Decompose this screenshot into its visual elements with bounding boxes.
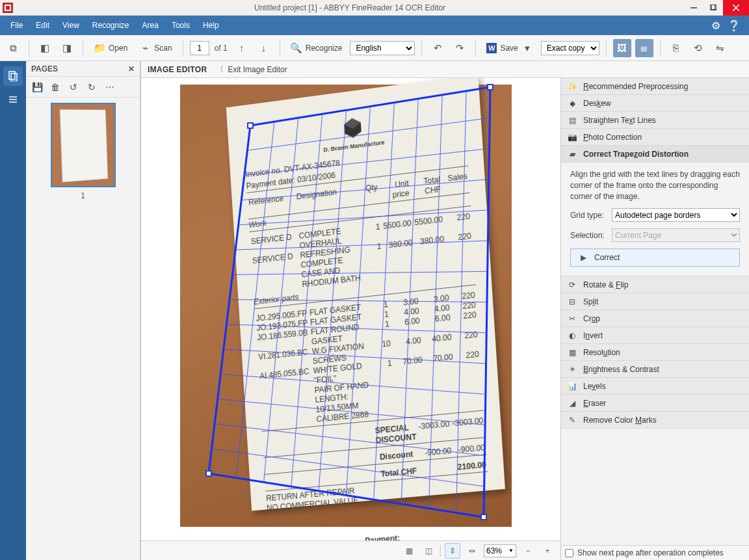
maximize-button[interactable] bbox=[703, 0, 723, 16]
prop-crop[interactable]: ✂Crop bbox=[561, 310, 749, 327]
main-toolbar: ⧉ ◧ ◨ 📁Open ⌁Scan of 1 ↑ ↓ 🔍Recognize En… bbox=[0, 35, 749, 61]
prop-resolution[interactable]: ▦Resolution bbox=[561, 344, 749, 361]
prop-straighten[interactable]: ▤Straighten Text Lines bbox=[561, 112, 749, 129]
selection-select[interactable]: Current Page bbox=[612, 228, 740, 242]
prop-color-marks[interactable]: ✎Remove Color Marks bbox=[561, 412, 749, 429]
workspace: PAGES ✕ 💾 🗑 ↺ ↻ ⋯ 1 IMAGE EDITOR 〈 Exit … bbox=[0, 61, 749, 560]
redo-button[interactable]: ↷ bbox=[451, 39, 469, 57]
grid-type-select[interactable]: Autodetect page borders bbox=[612, 208, 740, 222]
eraser-icon: ◢ bbox=[566, 397, 578, 409]
menu-recognize[interactable]: Recognize bbox=[86, 16, 136, 35]
grid-handle-tr[interactable] bbox=[487, 84, 493, 90]
save-button[interactable]: WSave▾ bbox=[482, 39, 536, 57]
zoom-input[interactable]: 63%▼ bbox=[484, 544, 516, 557]
pages-close-button[interactable]: ✕ bbox=[128, 64, 135, 73]
doc-table-ext: JO.295.005.FPFLAT GASKET13.003.00220JO.1… bbox=[254, 291, 484, 431]
pages-more-button[interactable]: ⋯ bbox=[104, 81, 116, 93]
menu-tools[interactable]: Tools bbox=[165, 16, 196, 35]
canvas[interactable]: D. Brawn Manufacture Invoice no. DVT-AX-… bbox=[141, 78, 560, 560]
pages-rotate-cw-button[interactable]: ↻ bbox=[86, 81, 98, 93]
save-mode-select[interactable]: Exact copy bbox=[541, 41, 599, 55]
layers-icon: ◨ bbox=[61, 42, 73, 54]
pages-delete-button[interactable]: 🗑 bbox=[49, 81, 61, 93]
grid-handle-bl[interactable] bbox=[205, 470, 212, 477]
arrow-up-icon: ↑ bbox=[236, 42, 248, 54]
thumbnail-number: 1 bbox=[31, 191, 135, 200]
window-title: Untitled project [1] - ABBYY FineReader … bbox=[16, 3, 684, 12]
zoom-in-button[interactable]: + bbox=[540, 543, 555, 559]
menu-view[interactable]: View bbox=[56, 16, 86, 35]
undo-button[interactable]: ↶ bbox=[428, 39, 447, 57]
show-next-page-checkbox[interactable] bbox=[565, 549, 573, 557]
menu-edit[interactable]: Edit bbox=[29, 16, 56, 35]
menu-area[interactable]: Area bbox=[136, 16, 165, 35]
scan-button[interactable]: ⌁Scan bbox=[135, 39, 176, 57]
trapezoid-desc: Align the grid with the text lines by dr… bbox=[570, 169, 740, 202]
plus-page-icon: ⧉ bbox=[7, 42, 19, 54]
grid-handle-br[interactable] bbox=[480, 514, 487, 520]
settings-icon[interactable]: ⚙ bbox=[709, 18, 723, 33]
invert-icon: ◐ bbox=[566, 330, 578, 341]
svg-rect-4 bbox=[710, 5, 715, 10]
prop-deskew[interactable]: ◆Deskew bbox=[561, 95, 749, 112]
svg-rect-9 bbox=[11, 73, 17, 81]
help-icon[interactable]: ❔ bbox=[727, 18, 741, 33]
recognize-button[interactable]: 🔍Recognize bbox=[287, 39, 347, 57]
list-tab-button[interactable] bbox=[3, 90, 23, 109]
prop-invert[interactable]: ◐Invert bbox=[561, 327, 749, 344]
prop-brightness[interactable]: ☀Brightness & Contrast bbox=[561, 361, 749, 378]
layers-add-button[interactable]: ◧ bbox=[36, 39, 54, 57]
image-icon: 🖼 bbox=[616, 42, 628, 54]
fit-width-button[interactable]: ⇔ bbox=[464, 543, 480, 559]
new-task-button[interactable]: ⧉ bbox=[4, 39, 22, 57]
grid-handle-tl[interactable] bbox=[247, 122, 254, 129]
prop-photo[interactable]: 📷Photo Correction bbox=[561, 129, 749, 146]
page-thumbnail[interactable]: 1 bbox=[31, 103, 135, 200]
minimize-button[interactable] bbox=[684, 0, 703, 16]
pages-save-button[interactable]: 💾 bbox=[31, 81, 43, 93]
image-view-button[interactable]: 🖼 bbox=[613, 39, 631, 57]
prop-trapezoid[interactable]: ▰Correct Trapezoid Distortion bbox=[561, 146, 749, 163]
menu-file[interactable]: File bbox=[4, 16, 29, 35]
fit-height-button[interactable]: ⇕ bbox=[445, 543, 460, 559]
prop-recommended[interactable]: ✨Recommended Preprocessing bbox=[561, 78, 749, 95]
close-button[interactable] bbox=[723, 0, 749, 16]
zoom-out-button[interactable]: − bbox=[520, 543, 536, 559]
correct-label: Correct bbox=[594, 253, 620, 262]
prop-eraser[interactable]: ◢Eraser bbox=[561, 395, 749, 412]
extra-tool-1[interactable]: ⎘ bbox=[667, 39, 685, 57]
camera-icon: 📷 bbox=[566, 131, 578, 143]
pages-rotate-ccw-button[interactable]: ↺ bbox=[68, 81, 79, 93]
folder-icon: 📁 bbox=[94, 42, 105, 54]
split-icon: ⊟ bbox=[566, 296, 578, 308]
text-view-button[interactable]: ≣ bbox=[635, 39, 653, 57]
open-button[interactable]: 📁Open bbox=[90, 39, 131, 57]
app-icon bbox=[0, 0, 16, 16]
page-number-input[interactable] bbox=[190, 41, 209, 55]
save-label: Save bbox=[500, 44, 518, 53]
thumbnail-image bbox=[51, 103, 116, 187]
page-down-button[interactable]: ↓ bbox=[255, 39, 273, 57]
wand-icon: ✨ bbox=[566, 81, 578, 92]
exit-editor-button[interactable]: 〈 Exit Image Editor bbox=[216, 64, 287, 75]
view-grid-button[interactable]: ▦ bbox=[401, 543, 417, 559]
pages-tab-button[interactable] bbox=[3, 66, 23, 86]
mirror-icon: ⇋ bbox=[715, 42, 726, 54]
export-icon: ⎘ bbox=[670, 42, 682, 54]
extra-tool-3[interactable]: ⇋ bbox=[711, 39, 729, 57]
language-select[interactable]: English bbox=[350, 41, 415, 55]
crop-icon: ✂ bbox=[566, 313, 578, 325]
prop-rotate[interactable]: ⟳Rotate & Flip bbox=[561, 276, 749, 293]
page-up-button[interactable]: ↑ bbox=[233, 39, 251, 57]
correct-button[interactable]: ▶Correct bbox=[570, 248, 740, 267]
undo-icon: ↶ bbox=[432, 42, 443, 54]
extra-tool-2[interactable]: ⟲ bbox=[689, 39, 707, 57]
view-split-button[interactable]: ◫ bbox=[421, 543, 436, 559]
prop-levels[interactable]: 📊Levels bbox=[561, 378, 749, 395]
recognize-icon: 🔍 bbox=[291, 42, 302, 54]
text-align-icon: ≣ bbox=[638, 42, 650, 54]
layers-button[interactable]: ◨ bbox=[58, 39, 76, 57]
svg-rect-2 bbox=[6, 6, 10, 10]
menu-help[interactable]: Help bbox=[196, 16, 226, 35]
prop-split[interactable]: ⊟Split bbox=[561, 293, 749, 310]
